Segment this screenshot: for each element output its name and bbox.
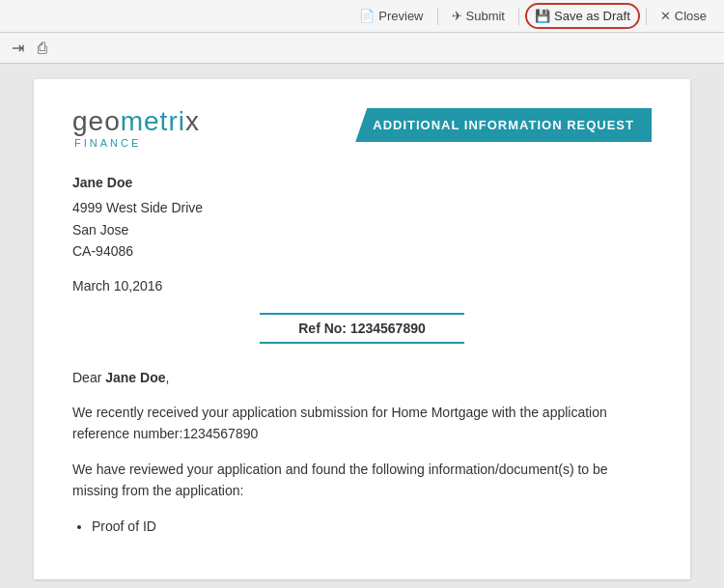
divider-3: [646, 8, 647, 25]
ref-number: Ref No: 1234567890: [260, 313, 464, 344]
ref-section: Ref No: 1234567890: [72, 313, 652, 344]
letter-body: Dear Jane Doe, We recently received your…: [72, 367, 652, 537]
dear-line: Dear Jane Doe,: [72, 367, 652, 388]
submit-label: Submit: [466, 9, 505, 23]
submit-button[interactable]: ✈ Submit: [444, 5, 513, 27]
divider-1: [437, 8, 438, 25]
header-banner: ADDITIONAL INFORMATION REQUEST: [355, 108, 652, 142]
list-item: Proof of ID: [92, 516, 652, 537]
print-icon: ⎙: [38, 40, 47, 56]
preview-icon: 📄: [359, 9, 375, 23]
address-line2: San Jose: [72, 219, 652, 240]
close-icon: ✕: [660, 9, 671, 23]
company-logo: geometrix: [72, 108, 200, 135]
paragraph-2: We have reviewed your application and fo…: [72, 459, 652, 502]
submit-icon: ✈: [452, 9, 462, 23]
header-title: ADDITIONAL INFORMATION REQUEST: [373, 118, 634, 132]
recipient-name: Jane Doe: [72, 172, 652, 193]
letter-header: geometrix FINANCE ADDITIONAL INFORMATION…: [72, 108, 652, 149]
address-line3: CA-94086: [72, 240, 652, 262]
dear-name: Jane Doe: [105, 370, 165, 385]
save-draft-label: Save as Draft: [554, 9, 630, 23]
address-line1: 4999 West Side Drive: [72, 197, 652, 218]
back-icon: ⇥: [12, 40, 24, 56]
content-area: geometrix FINANCE ADDITIONAL INFORMATION…: [0, 64, 724, 588]
top-toolbar: 📄 Preview ✈ Submit 💾 Save as Draft ✕ Clo…: [0, 0, 724, 33]
company-sub: FINANCE: [74, 137, 141, 149]
letter-date: March 10,2016: [72, 278, 652, 294]
save-icon: 💾: [535, 9, 550, 23]
preview-label: Preview: [378, 9, 423, 23]
letter-page: geometrix FINANCE ADDITIONAL INFORMATION…: [34, 79, 690, 579]
address-block: Jane Doe 4999 West Side Drive San Jose C…: [72, 172, 652, 263]
secondary-toolbar: ⇥ ⎙: [0, 33, 724, 64]
document-list: Proof of ID: [92, 516, 652, 537]
preview-button[interactable]: 📄 Preview: [351, 5, 431, 27]
close-label: Close: [675, 9, 707, 23]
print-button[interactable]: ⎙: [34, 38, 51, 59]
divider-2: [518, 8, 519, 25]
dear-prefix: Dear: [72, 370, 105, 385]
close-button[interactable]: ✕ Close: [653, 5, 714, 27]
back-button[interactable]: ⇥: [8, 37, 28, 59]
save-draft-button[interactable]: 💾 Save as Draft: [525, 3, 640, 29]
paragraph-1: We recently received your application su…: [72, 402, 652, 445]
dear-suffix: ,: [165, 370, 169, 385]
logo-area: geometrix FINANCE: [72, 108, 200, 149]
